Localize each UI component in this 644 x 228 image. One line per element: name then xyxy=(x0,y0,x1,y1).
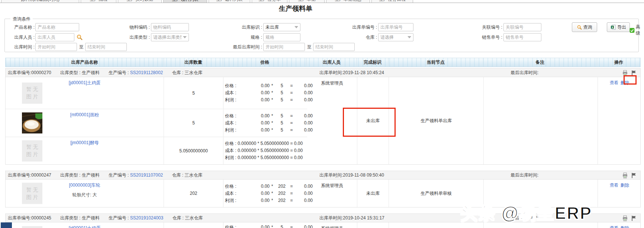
outbound-time-end-input[interactable] xyxy=(85,43,127,51)
tab-6[interactable]: 生产任务单 xyxy=(252,0,287,3)
page-title: 生产领料单 xyxy=(279,4,312,13)
warehouse-select[interactable]: 请选择 xyxy=(378,33,413,41)
group-body-1: 暂无图片[jd00001]土鸡蛋5价格 :0.00*5=0.00成本 :0.00… xyxy=(5,77,641,165)
table-row: 暂无图片[00000003]车轮轮胎尺寸: 大202价格 :0.00*202=0… xyxy=(6,180,307,207)
no-image-text: 暂无 xyxy=(26,86,40,93)
outbound-type-label: 出库类型 : xyxy=(116,33,150,41)
no-image-placeholder: 暂无图片 xyxy=(22,183,42,204)
equals-sign: = xyxy=(289,224,294,228)
outbound-person-label: 出库人员 : xyxy=(1,33,35,41)
print-icon[interactable] xyxy=(622,172,628,178)
outbound-time-start-input[interactable] xyxy=(35,43,77,51)
price-line: 价格 : 0.000000 * 5.0500000000 = 0.00 xyxy=(225,140,306,147)
spec-input[interactable] xyxy=(263,33,300,41)
last-outbound-time-end-input[interactable] xyxy=(313,43,355,51)
price-cell: 价格 :0.00*5=0.00 xyxy=(223,222,307,228)
table-row: 暂无图片[jm00001]酵母5.0500000000价格 : 0.000000… xyxy=(6,137,307,164)
to-separator: 至 xyxy=(307,43,312,51)
price-line-label: 价格 : xyxy=(225,183,245,190)
group-production-no: 生产编号 : SS20191128002 xyxy=(109,69,163,77)
tab-8[interactable]: 生产单据信息 xyxy=(326,0,370,3)
price-cell: 价格 :0.00*202=0.00成本 :0.00*202=0.00利润 :0.… xyxy=(223,180,307,207)
price-qty: 5 xyxy=(275,120,289,127)
column-header-7: 备注 xyxy=(483,58,598,67)
tab-2[interactable]: 生产流程 xyxy=(81,0,116,3)
related-no-label: 关联编号 : xyxy=(469,23,502,31)
table-row: 暂无图片[jd00001]土鸡蛋5价格 :0.00*5=0.00成本 :0.00… xyxy=(6,77,307,109)
tab-5[interactable]: 生产退料列表 xyxy=(209,0,250,3)
no-image: 暂无图片 xyxy=(22,226,42,228)
export-button[interactable]: X 导出 xyxy=(607,22,630,32)
group-production-no-label: 生产编号 : xyxy=(109,70,130,75)
group-production-no-link[interactable]: SS20191128002 xyxy=(130,70,163,75)
total-price: 0.00 xyxy=(294,224,313,228)
product-name-input[interactable] xyxy=(35,23,79,31)
delete-link[interactable]: 删除 xyxy=(621,182,629,189)
equals-sign: = xyxy=(289,96,294,104)
no-image: 暂无图片 xyxy=(22,140,42,161)
group-header-1: 出库单编号:00000270出库类型 : 生产领料生产编号 : SS201911… xyxy=(5,68,641,77)
ops-cell: 查看删除 xyxy=(598,180,641,207)
group-outbound-type: 出库类型 : 生产领料 xyxy=(60,69,100,77)
advanced-toggle[interactable]: 高级 xyxy=(629,24,644,37)
unit-price: 0.00 xyxy=(245,82,270,89)
group-outbound-type-value: 生产领料 xyxy=(82,215,100,221)
view-link[interactable]: 查看 xyxy=(610,182,619,189)
excel-icon: X xyxy=(611,25,616,30)
price-line: 成本 : 0.000000 * 5.0500000000 = 0.00 xyxy=(225,147,306,154)
print-icon[interactable] xyxy=(622,215,628,221)
total-price: 0.00 xyxy=(294,120,313,127)
outbound-person-input[interactable] xyxy=(35,33,74,41)
group-production-no-link[interactable]: SS20191024003 xyxy=(130,215,163,221)
price-qty: 5 xyxy=(275,96,289,104)
current-node-cell: 生产领料单出库 xyxy=(389,77,484,164)
tab-3[interactable]: 生产实时数据 xyxy=(118,0,162,3)
flag-icon[interactable] xyxy=(631,172,637,178)
related-no-input[interactable] xyxy=(503,23,541,31)
outbound-flag-select[interactable]: 未出库 xyxy=(263,23,300,31)
material-code-input[interactable] xyxy=(151,23,189,31)
person-lookup-icon[interactable] xyxy=(77,34,83,40)
column-header-5: 完成标识 xyxy=(357,58,389,67)
tab-9[interactable]: 生产任务日程 xyxy=(371,0,413,3)
tab-4[interactable]: 生产领料列表 xyxy=(163,0,207,3)
price-qty: 5 xyxy=(275,89,289,96)
outbound-order-no-input[interactable] xyxy=(378,23,413,31)
total-price: 0.00 xyxy=(294,96,313,104)
price-qty: 5 xyxy=(275,113,289,120)
view-link[interactable]: 查看 xyxy=(610,80,619,86)
view-link[interactable]: 查看 xyxy=(610,225,619,228)
check-icon xyxy=(629,28,635,33)
sales-no-input[interactable] xyxy=(503,33,541,41)
group-production-no-label: 生产编号 : xyxy=(109,215,130,221)
price-line-label: 价格 : xyxy=(225,224,245,228)
tab-row: 原料消耗追踪(时间)生产流程生产实时数据生产领料列表生产退料列表生产任务单生产单… xyxy=(0,0,644,3)
tab-7[interactable]: 生产单据 xyxy=(289,0,325,3)
tab-1[interactable]: 原料消耗追踪(时间) xyxy=(1,0,79,3)
group-info: 出库单编号:00000270出库类型 : 生产领料生产编号 : SS201911… xyxy=(8,69,202,77)
ops-cell: 查看删除 xyxy=(598,222,641,228)
price-line-label: 成本 : xyxy=(225,190,245,197)
price-line: 利润 : 0.000000 * 5.0500000000 = 0.00 xyxy=(225,154,306,161)
product-cell: [mf00001]面粉 xyxy=(6,109,164,137)
delete-link[interactable]: 删除 xyxy=(621,225,629,228)
group-outbound-type-value: 生产领料 xyxy=(82,172,100,178)
outbound-type-select[interactable]: 请选择出库类型 xyxy=(151,33,189,41)
group-outbound-type-label: 出库类型 : xyxy=(60,172,82,178)
last-outbound-time-start-input[interactable] xyxy=(263,43,305,51)
group-info: 出库单编号:00000247出库类型 : 生产领料生产编号 : SS201911… xyxy=(8,171,202,180)
flag-icon[interactable] xyxy=(631,215,637,221)
price-qty: 5 xyxy=(275,127,289,134)
price-cell: 价格 : 0.000000 * 5.0500000000 = 0.00成本 : … xyxy=(223,137,307,164)
price-line-label: 利润 : xyxy=(225,197,245,204)
watermark: 头条 @易呈ERP xyxy=(460,202,592,225)
column-header-3: 价格 xyxy=(223,58,307,67)
price-line: 价格 :0.00*202=0.00 xyxy=(225,183,306,190)
group-order-time: 出库单时间:2019-11-28 10:45:24 xyxy=(319,69,384,77)
qty-cell: 5 xyxy=(164,109,223,137)
highlight-box-delete xyxy=(624,75,637,85)
search-button[interactable]: 查询 xyxy=(572,22,597,32)
multiply-sign: * xyxy=(270,96,275,104)
group-production-no-link[interactable]: SS20191107002 xyxy=(130,172,163,178)
multiply-sign: * xyxy=(270,127,275,134)
